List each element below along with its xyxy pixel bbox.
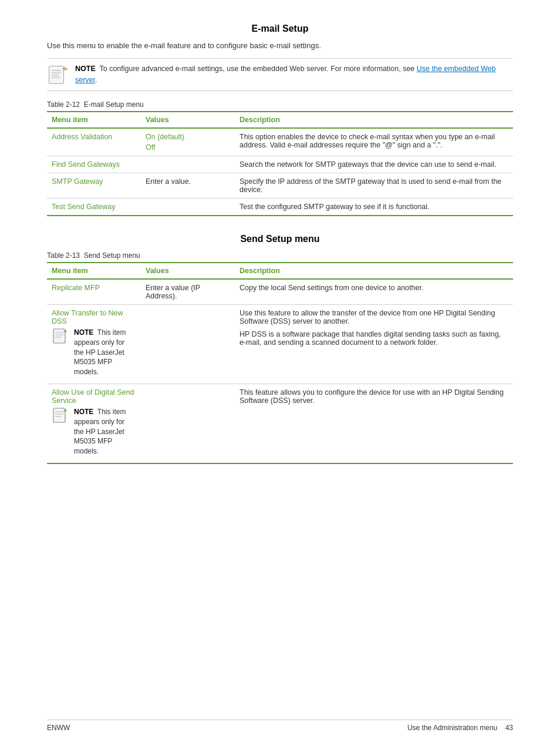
send-table-header-row: Menu item Values Description <box>47 263 513 279</box>
note-inline: ≫ NOTE This item appears only for the HP… <box>52 328 136 377</box>
send-col-values: Values <box>141 263 235 279</box>
svg-text:✍: ✍ <box>62 66 67 70</box>
col-values: Values <box>141 112 235 128</box>
email-setup-intro: Use this menu to enable the e-mail featu… <box>47 41 513 50</box>
email-setup-section: E-mail Setup Use this menu to enable the… <box>47 23 513 216</box>
desc-cell: Test the configured SMTP gateway to see … <box>235 199 513 216</box>
menu-item-cell: Allow Transfer to New DSS ≫ NOTE This it… <box>47 305 141 384</box>
note-inline: ≫ NOTE This item appears only for the HP… <box>52 407 136 456</box>
menu-item-cell: Test Send Gateway <box>47 199 141 216</box>
footer: ENWW Use the Administration menu 43 <box>47 720 513 732</box>
table-2-13-caption: Table 2-13 Send Setup menu <box>47 251 513 260</box>
menu-item-cell: Allow Use of Digital Send Service ≫ NOTE… <box>47 384 141 463</box>
table-2-12-caption: Table 2-12 E-mail Setup menu <box>47 100 513 109</box>
table-row: SMTP GatewayEnter a value.Specify the IP… <box>47 173 513 199</box>
col-description: Description <box>235 112 513 128</box>
table-row: Allow Use of Digital Send Service ≫ NOTE… <box>47 384 513 463</box>
note-label: NOTE <box>75 65 96 73</box>
table-row: Test Send GatewayTest the configured SMT… <box>47 199 513 216</box>
table-header-row: Menu item Values Description <box>47 112 513 128</box>
table-row: Replicate MFPEnter a value (IP Address).… <box>47 279 513 305</box>
email-setup-title: E-mail Setup <box>47 23 513 34</box>
page-content: E-mail Setup Use this menu to enable the… <box>0 0 560 517</box>
desc-cell: This option enables the device to check … <box>235 128 513 156</box>
menu-item-cell: SMTP Gateway <box>47 173 141 199</box>
col-menu-item: Menu item <box>47 112 141 128</box>
desc-cell: This feature allows you to configure the… <box>235 384 513 463</box>
menu-item-cell: Address Validation <box>47 128 141 156</box>
note-inline-icon: ≫ <box>52 328 69 345</box>
menu-item-cell: Replicate MFP <box>47 279 141 305</box>
send-col-menu-item: Menu item <box>47 263 141 279</box>
desc-cell: Specify the IP address of the SMTP gatew… <box>235 173 513 199</box>
menu-item-cell: Find Send Gateways <box>47 156 141 173</box>
values-cell: Enter a value. <box>141 173 235 199</box>
values-cell: On (default)Off <box>141 128 235 156</box>
send-setup-section: Send Setup menu Table 2-13 Send Setup me… <box>47 234 513 464</box>
desc-cell: Use this feature to allow the transfer o… <box>235 305 513 384</box>
email-setup-table: Menu item Values Description Address Val… <box>47 111 513 216</box>
send-col-description: Description <box>235 263 513 279</box>
desc-cell: Copy the local Send settings from one de… <box>235 279 513 305</box>
table-row: Find Send GatewaysSearch the network for… <box>47 156 513 173</box>
svg-text:≫: ≫ <box>63 409 68 412</box>
table-row: Allow Transfer to New DSS ≫ NOTE This it… <box>47 305 513 384</box>
note-inline-text: NOTE This item appears only for the HP L… <box>74 328 136 377</box>
send-setup-table: Menu item Values Description Replicate M… <box>47 262 513 464</box>
note-inline-icon: ≫ <box>52 407 69 425</box>
note-text: NOTE To configure advanced e-mail settin… <box>75 63 513 86</box>
values-cell <box>141 156 235 173</box>
note-box: ≫ ✍ NOTE To configure advanced e-mail se… <box>47 58 513 91</box>
footer-left: ENWW <box>47 724 70 732</box>
note-icon: ≫ ✍ <box>47 65 68 86</box>
values-cell: Enter a value (IP Address). <box>141 279 235 305</box>
note-inline-text: NOTE This item appears only for the HP L… <box>74 407 136 456</box>
values-cell <box>141 384 235 463</box>
desc-cell: Search the network for SMTP gateways tha… <box>235 156 513 173</box>
values-cell <box>141 199 235 216</box>
values-cell <box>141 305 235 384</box>
table-row: Address ValidationOn (default)OffThis op… <box>47 128 513 156</box>
footer-right: Use the Administration menu 43 <box>407 724 513 732</box>
send-setup-title: Send Setup menu <box>47 234 513 244</box>
svg-text:≫: ≫ <box>63 330 68 333</box>
